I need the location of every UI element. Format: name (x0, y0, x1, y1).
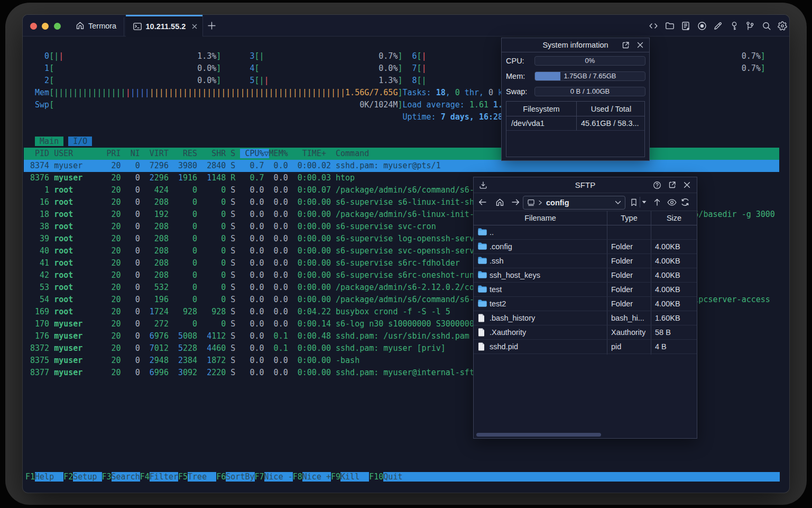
chevron-down-icon[interactable] (615, 201, 621, 205)
col-type[interactable]: Type (607, 211, 651, 225)
file-name: .Xauthority (490, 325, 526, 340)
settings-icon[interactable] (778, 21, 787, 31)
path-segment[interactable]: config (546, 198, 569, 207)
meter-label: CPU: (506, 57, 524, 65)
terminal-line: 1[ 0.0%] 4[ 0.0%] 7[| 0.7%] (24, 62, 779, 75)
meter-value: 0 B / 1.00GB (535, 87, 645, 96)
path-breadcrumb[interactable]: config (523, 196, 625, 210)
chevron-right-icon (538, 200, 542, 205)
open-in-window-icon[interactable] (668, 181, 676, 189)
file-size: 4 B (655, 340, 667, 354)
sftp-panel: SFTP config Filename (473, 177, 697, 439)
bookmark-dropdown-icon[interactable] (642, 201, 647, 204)
file-type: bash_hi... (611, 311, 644, 325)
file-icon (478, 328, 485, 339)
fs-col-filesystem: Filesystem (506, 102, 576, 116)
file-size: 4.00KB (655, 297, 680, 311)
file-row[interactable]: .sshFolder4.00KB (474, 254, 697, 268)
terminal-line: Main I/O (24, 135, 779, 148)
terminal-line (24, 123, 779, 135)
file-type: Folder (611, 283, 633, 297)
refresh-icon[interactable] (681, 198, 689, 206)
forward-icon[interactable] (511, 198, 520, 206)
log-icon[interactable] (681, 21, 690, 31)
file-name: ssh_host_keys (490, 268, 540, 283)
close-tab-icon[interactable] (191, 23, 198, 30)
terminal-icon (133, 23, 142, 30)
file-size: 1.60KB (655, 311, 680, 325)
meter-bar: 0 B / 1.00GB (534, 87, 645, 96)
horizontal-scrollbar[interactable] (476, 433, 601, 437)
folder-icon[interactable] (665, 21, 675, 31)
terminal-line: F1Help F2Setup F3SearchF4FilterF5Tree F6… (24, 471, 779, 483)
zoom-window-button[interactable] (54, 23, 61, 30)
tab-home[interactable]: Termora (76, 15, 116, 37)
file-row[interactable]: .configFolder4.00KB (474, 240, 697, 254)
file-size: 58 B (655, 325, 671, 340)
folder-icon (478, 285, 487, 295)
terminal-line: 2[ 0.0%] 5[|| 1.3%] 8[| (24, 75, 779, 87)
close-panel-icon[interactable] (683, 181, 691, 189)
htop-function-bar[interactable]: F1Help F2Setup F3SearchF4FilterF5Tree F6… (24, 471, 779, 483)
meter-value: 1.75GB / 7.65GB (535, 72, 645, 80)
key-icon[interactable] (730, 21, 739, 31)
screen: Termora 10.211.55.2 0[|| (0, 0, 812, 508)
branch-icon[interactable] (745, 21, 755, 31)
folder-icon (478, 271, 487, 280)
meter-value: 0% (535, 57, 645, 65)
help-icon[interactable] (653, 181, 661, 189)
system-information-panel: System information CPU:0%Mem:1.75GB / 7.… (501, 38, 650, 161)
file-name: test2 (490, 297, 506, 311)
home-icon[interactable] (495, 198, 504, 207)
meter-bar: 1.75GB / 7.65GB (534, 71, 645, 81)
col-size[interactable]: Size (651, 211, 697, 225)
file-icon (478, 314, 485, 324)
file-row[interactable]: test2Folder4.00KB (474, 297, 697, 311)
file-row[interactable]: .bash_historybash_hi...1.60KB (474, 311, 697, 325)
file-type: Folder (611, 297, 633, 311)
file-row[interactable]: .XauthorityXauthority58 B (474, 325, 697, 340)
panel-title-icons (653, 181, 691, 189)
file-row[interactable]: ssh_host_keysFolder4.00KB (474, 268, 697, 283)
tab-session[interactable]: 10.211.55.2 (126, 15, 203, 37)
file-type: Folder (611, 268, 633, 283)
search-icon[interactable] (762, 21, 771, 31)
file-size: 4.00KB (655, 254, 680, 268)
meter-bar: 0% (534, 56, 645, 66)
terminal-line: Uptime: 7 days, 16:28:32 (24, 111, 779, 123)
fs-col-used-total: Used / Total (577, 102, 645, 116)
minimize-window-button[interactable] (42, 23, 49, 30)
meter-label: Mem: (506, 72, 525, 80)
file-type: pid (611, 340, 621, 354)
file-name: test (490, 283, 502, 297)
show-hidden-icon[interactable] (667, 199, 677, 206)
code-icon[interactable] (649, 21, 658, 31)
new-tab-button[interactable] (207, 21, 216, 30)
back-icon[interactable] (478, 198, 487, 206)
upload-icon[interactable] (653, 198, 661, 206)
file-type: Folder (611, 254, 633, 268)
file-row[interactable]: .. (474, 225, 697, 240)
meter-label: Swap: (506, 87, 527, 96)
filesystem-table: Filesystem Used / Total /dev/vda145.61GB… (506, 101, 645, 157)
edit-icon[interactable] (713, 21, 723, 31)
terminal-line (24, 38, 779, 50)
file-name: .. (490, 225, 494, 240)
file-size: 4.00KB (655, 268, 680, 283)
folder-icon (478, 228, 487, 238)
close-window-button[interactable] (30, 23, 37, 30)
panel-title-icons (622, 41, 644, 49)
fs-table-row[interactable]: /dev/vda145.61GB / 58.3... (506, 116, 644, 131)
close-panel-icon[interactable] (636, 41, 644, 49)
terminal-line: 8374 myuser 20 0 7296 3980 2840 S 0.7 0.… (24, 160, 779, 172)
file-row[interactable]: testFolder4.00KB (474, 283, 697, 297)
file-row[interactable]: sshd.pidpid4 B (474, 340, 697, 354)
bookmark-icon[interactable] (630, 198, 638, 206)
terminal-line: Mem[||||||||||||||||||||||||||||||||||||… (24, 87, 779, 99)
active-tab-label: 10.211.55.2 (146, 22, 186, 31)
open-in-window-icon[interactable] (622, 41, 630, 49)
col-filename[interactable]: Filename (474, 211, 607, 225)
file-size: 4.00KB (655, 283, 680, 297)
record-icon[interactable] (697, 21, 707, 31)
terminal-line: PID USER PRI NI VIRT RES SHR S CPU%▽MEM%… (24, 148, 779, 160)
